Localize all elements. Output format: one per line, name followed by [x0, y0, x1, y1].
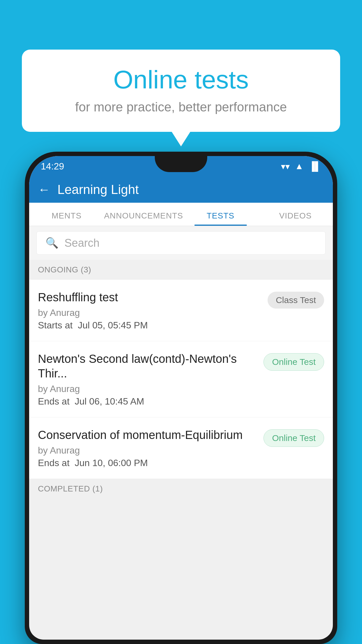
search-placeholder: Search — [64, 237, 99, 249]
badge-online-test-2: Online Test — [263, 429, 324, 447]
speech-bubble: Online tests for more practice, better p… — [22, 50, 340, 132]
phone-notch — [155, 156, 207, 172]
phone-frame: 14:29 ▾▾ ▲ ▐▌ ← Learning Light MENTS ANN… — [25, 152, 337, 644]
bubble-title: Online tests — [39, 66, 323, 94]
badge-class-test: Class Test — [268, 292, 324, 309]
status-icons: ▾▾ ▲ ▐▌ — [281, 161, 321, 172]
test-by: by Anurag — [38, 307, 262, 318]
section-ongoing-header: ONGOING (3) — [29, 260, 333, 280]
status-time: 14:29 — [41, 161, 64, 172]
test-name: Reshuffling test — [38, 290, 262, 304]
back-button[interactable]: ← — [38, 183, 50, 197]
test-item[interactable]: Conservation of momentum-Equilibrium by … — [29, 417, 333, 479]
test-name: Conservation of momentum-Equilibrium — [38, 428, 258, 442]
search-container: 🔍 Search — [29, 226, 333, 260]
battery-icon: ▐▌ — [309, 161, 321, 171]
app-header: ← Learning Light — [29, 176, 333, 203]
test-by: by Anurag — [38, 384, 258, 394]
tab-videos[interactable]: VIDEOS — [258, 211, 333, 226]
tab-announcements[interactable]: ANNOUNCEMENTS — [104, 211, 183, 226]
wifi-icon: ▾▾ — [281, 161, 290, 172]
test-item[interactable]: Newton's Second law(contd)-Newton's Thir… — [29, 341, 333, 417]
test-list: Reshuffling test by Anurag Starts at Jul… — [29, 280, 333, 479]
test-item[interactable]: Reshuffling test by Anurag Starts at Jul… — [29, 280, 333, 341]
app-title: Learning Light — [57, 182, 139, 197]
test-time: Starts at Jul 05, 05:45 PM — [38, 320, 262, 331]
test-info: Newton's Second law(contd)-Newton's Thir… — [38, 351, 258, 407]
test-name: Newton's Second law(contd)-Newton's Thir… — [38, 351, 258, 381]
search-bar[interactable]: 🔍 Search — [36, 231, 326, 255]
test-time: Ends at Jun 10, 06:00 PM — [38, 458, 258, 468]
test-info: Reshuffling test by Anurag Starts at Jul… — [38, 290, 262, 331]
test-info: Conservation of momentum-Equilibrium by … — [38, 428, 258, 468]
test-by: by Anurag — [38, 445, 258, 456]
tab-bar: MENTS ANNOUNCEMENTS TESTS VIDEOS — [29, 203, 333, 226]
test-time: Ends at Jul 06, 10:45 AM — [38, 396, 258, 407]
phone-screen: 14:29 ▾▾ ▲ ▐▌ ← Learning Light MENTS ANN… — [29, 156, 333, 640]
bubble-subtitle: for more practice, better performance — [39, 100, 323, 114]
section-completed-header: COMPLETED (1) — [29, 479, 333, 499]
tab-tests[interactable]: TESTS — [183, 211, 258, 226]
tab-ments[interactable]: MENTS — [29, 211, 104, 226]
search-icon: 🔍 — [45, 237, 59, 249]
badge-online-test: Online Test — [263, 353, 324, 371]
signal-icon: ▲ — [295, 161, 304, 171]
